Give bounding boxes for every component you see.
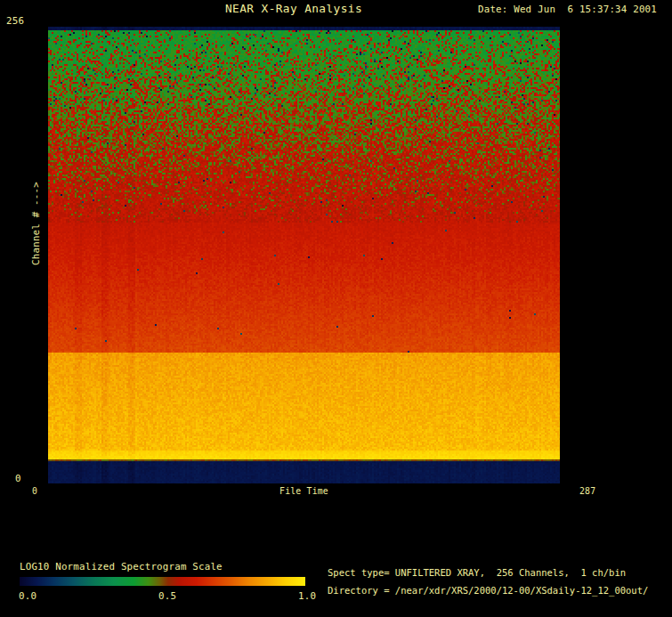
x-axis-label: File Time (48, 486, 560, 497)
spect-type-line: Spect type= UNFILTERED XRAY, 256 Channel… (328, 567, 626, 578)
directory-line: Directory = /near/xdr/XRS/2000/12-00/XSd… (328, 585, 648, 596)
date-label: Date: Wed Jun 6 15:37:34 2001 (478, 4, 657, 15)
x-axis-tick-max: 287 (579, 486, 595, 497)
colorbar-title: LOG10 Normalized Spectrogram Scale (20, 562, 223, 572)
colorbar-tick-left: 0.0 (19, 591, 36, 602)
colorbar-tick-mid: 0.5 (158, 591, 176, 602)
y-axis-tick-min: 0 (15, 474, 21, 484)
x-axis-tick-min: 0 (32, 486, 37, 497)
spectrogram-heatmap (48, 27, 560, 483)
y-axis-tick-max: 256 (6, 16, 24, 27)
near-xray-analysis-window: NEAR X-Ray Analysis Date: Wed Jun 6 15:3… (0, 0, 672, 617)
page-title: NEAR X-Ray Analysis (225, 4, 362, 14)
y-axis-label: Channel # ---> (30, 182, 42, 265)
colorbar-tick-right: 1.0 (298, 591, 316, 602)
colorbar-gradient (20, 577, 305, 586)
